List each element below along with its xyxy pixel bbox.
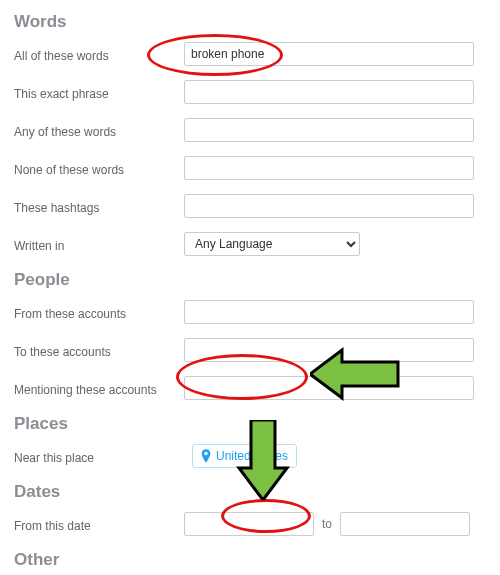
section-dates: Dates	[14, 482, 500, 502]
label-near-place: Near this place	[14, 447, 184, 465]
row-to-accounts: To these accounts	[14, 338, 500, 362]
row-any-words: Any of these words	[14, 118, 500, 142]
label-none-words: None of these words	[14, 159, 184, 177]
row-from-date: From this date to	[14, 512, 500, 536]
hashtags-input[interactable]	[184, 194, 474, 218]
label-language: Written in	[14, 235, 184, 253]
row-near-place: Near this place United States	[14, 444, 500, 468]
row-exact-phrase: This exact phrase	[14, 80, 500, 104]
label-mentioning: Mentioning these accounts	[14, 379, 184, 397]
pin-icon	[201, 449, 211, 463]
section-people: People	[14, 270, 500, 290]
section-other: Other	[14, 550, 500, 570]
label-from-date: From this date	[14, 515, 184, 533]
row-mentioning: Mentioning these accounts	[14, 376, 500, 400]
to-accounts-input[interactable]	[184, 338, 474, 362]
none-words-input[interactable]	[184, 156, 474, 180]
any-words-input[interactable]	[184, 118, 474, 142]
mentioning-input[interactable]	[184, 376, 474, 400]
all-words-input[interactable]	[184, 42, 474, 66]
language-select[interactable]: Any Language	[184, 232, 360, 256]
row-all-words: All of these words	[14, 42, 500, 66]
date-separator: to	[322, 517, 332, 531]
from-date-input[interactable]	[184, 512, 314, 536]
label-hashtags: These hashtags	[14, 197, 184, 215]
to-date-input[interactable]	[340, 512, 470, 536]
label-from-accounts: From these accounts	[14, 303, 184, 321]
section-words: Words	[14, 12, 500, 32]
label-all-words: All of these words	[14, 45, 184, 63]
place-tag-label: United States	[216, 449, 288, 463]
row-hashtags: These hashtags	[14, 194, 500, 218]
section-places: Places	[14, 414, 500, 434]
place-tag[interactable]: United States	[192, 444, 297, 468]
row-none-words: None of these words	[14, 156, 500, 180]
from-accounts-input[interactable]	[184, 300, 474, 324]
label-to-accounts: To these accounts	[14, 341, 184, 359]
label-exact-phrase: This exact phrase	[14, 83, 184, 101]
exact-phrase-input[interactable]	[184, 80, 474, 104]
label-any-words: Any of these words	[14, 121, 184, 139]
row-from-accounts: From these accounts	[14, 300, 500, 324]
row-language: Written in Any Language	[14, 232, 500, 256]
